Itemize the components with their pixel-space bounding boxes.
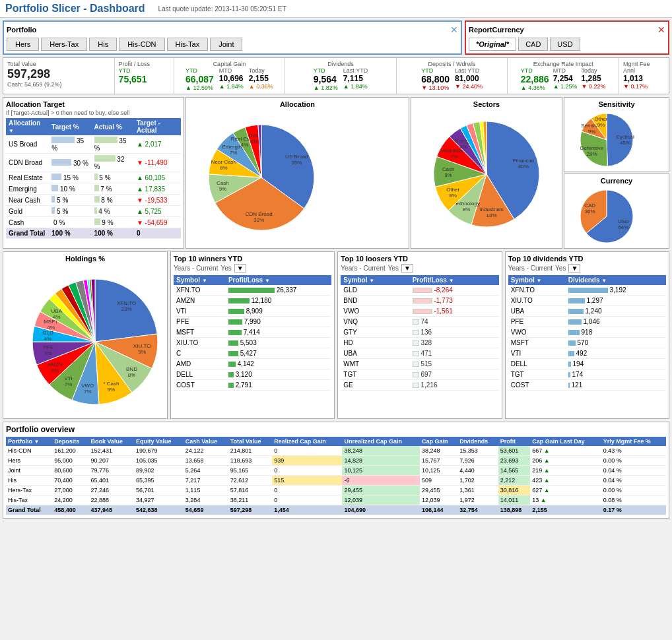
alloc-row: Cash 0 % 9 % ▼ -54,659 <box>6 217 181 228</box>
winners-title: Top 10 winners YTD <box>174 255 331 263</box>
allocation-subtitle: If [Target-Actual] > 0 then need to buy,… <box>6 110 181 116</box>
winner-row: XFN.TO 26,337 <box>174 285 331 296</box>
profit-loss-ytd-label: YTD <box>119 67 170 74</box>
metric-mgmt-fee: Mgmt Fee Annl 1,013 ▼ 0.17% <box>619 58 669 94</box>
alloc-row-diff: ▲ 5,725 <box>134 206 181 217</box>
winner-symbol: XIU.TO <box>174 338 226 348</box>
losers-filter-icon[interactable]: ▼ <box>401 264 413 272</box>
loser-profit: 328 <box>410 338 499 348</box>
tab-his-cdn[interactable]: His-CDN <box>119 38 164 51</box>
cap-gain-ytd: 66,087 <box>185 74 214 84</box>
ov-equity: 34,927 <box>134 496 184 505</box>
tab-his-tax[interactable]: His-Tax <box>167 38 209 51</box>
winners-col-symbol: Symbol ▼ <box>174 275 226 285</box>
winner-row: VTI 8,909 <box>174 306 331 317</box>
ov-capgain-last: 206 ▲ <box>530 456 601 466</box>
dividends-filter-icon[interactable]: ▼ <box>568 264 580 272</box>
header: Portfolio Slicer - Dashboard Last quote … <box>0 0 672 18</box>
report-currency-close-icon[interactable]: ✕ <box>657 24 665 35</box>
ov-deposits: 80,600 <box>52 466 88 476</box>
ov-portfolio: His <box>6 476 52 486</box>
dividend-row: VWO 918 <box>508 327 666 338</box>
ov-mgmt-fee: 0.00 % <box>601 456 666 466</box>
tab-hers[interactable]: Hers <box>7 38 39 51</box>
total-value-sub: Cash: 54,659 (9.2%) <box>7 81 110 88</box>
alloc-col-target: Target % <box>49 118 91 135</box>
winner-symbol: VTI <box>174 306 226 317</box>
mgmt-fee-label: Mgmt Fee <box>623 61 665 67</box>
portfolio-panel: Portfolio ✕ Hers Hers-Tax His His-CDN Hi… <box>3 20 462 55</box>
winner-symbol: AMD <box>174 359 226 369</box>
currency-section: Currency USD64%CAD36% <box>564 174 669 249</box>
overview-row: Hers-Tax 27,000 27,246 56,701 1,115 57,8… <box>6 486 666 496</box>
app-title: Portfolio Slicer - Dashboard <box>5 3 145 15</box>
winner-row: XIU.TO 5,503 <box>174 338 331 348</box>
top-analysis-section: Allocation Target If [Target-Actual] > 0… <box>3 97 669 249</box>
metric-profit-loss: Profit / Loss YTD 75,651 <box>115 58 174 94</box>
deposits-label: Deposits / Wdrwls <box>401 61 504 67</box>
loser-row: WMT 515 <box>341 359 498 369</box>
allocation-title: Allocation Target <box>6 100 181 108</box>
tab-hers-tax[interactable]: Hers-Tax <box>41 38 87 51</box>
currency-tab-cad[interactable]: CAD <box>518 38 548 51</box>
cap-gain-ytd-label: YTD <box>185 67 214 74</box>
ov-dividends: 4,440 <box>457 466 498 476</box>
winner-row: PFE 7,990 <box>174 317 331 327</box>
holdings-section: Holdings % XFN.TO23%XIU.TO9%BND8%* Cash9… <box>3 251 168 419</box>
alloc-row-diff: ▼ -19,533 <box>134 195 181 206</box>
dividend-value: 174 <box>566 369 666 380</box>
ov-realized: 0 <box>272 486 342 496</box>
alloc-row-target: 35 % <box>49 135 91 154</box>
allocation-pie-chart: US Broad35%CDN Broad32%Cash9%Near Cash8%… <box>189 108 334 240</box>
dividend-value: 492 <box>566 348 666 359</box>
metric-total-value: Total Value 597,298 Cash: 54,659 (9.2%) <box>3 58 115 94</box>
exch-ytd-label: YTD <box>521 67 549 74</box>
div-ytd-label: YTD <box>314 67 338 74</box>
ov-realized: 515 <box>272 476 342 486</box>
alloc-row-name: Cash <box>6 217 49 228</box>
winners-filter-label: Years - Current <box>174 265 218 272</box>
tab-joint[interactable]: Joint <box>210 38 242 51</box>
dividend-row: TGT 174 <box>508 369 666 380</box>
currency-tab-original[interactable]: *Original* <box>469 38 516 51</box>
ov-portfolio: Hers <box>6 456 52 466</box>
alloc-row: CDN Broad 30 % 32 % ▼ -11,490 <box>6 154 181 172</box>
alloc-row-actual: 5 % <box>92 172 134 183</box>
dividend-symbol: VTI <box>508 348 566 359</box>
ov-book: 22,888 <box>89 496 135 505</box>
dividend-symbol: UBA <box>508 306 566 317</box>
report-currency-label: ReportCurrency <box>469 26 524 34</box>
ov-book: 27,246 <box>89 486 135 496</box>
alloc-row: US Broad 35 % 35 % ▲ 2,017 <box>6 135 181 154</box>
winner-profit: 2,791 <box>226 380 331 391</box>
ov-col-unrealized: Unrealized Cap Gain <box>342 437 420 446</box>
loser-symbol: VNQ <box>341 317 409 327</box>
exch-mtd: 7,254 <box>553 74 578 83</box>
loser-symbol: BND <box>341 296 409 306</box>
loser-symbol: TGT <box>341 369 409 380</box>
ov-dividends: 1,361 <box>457 486 498 496</box>
sensitivity-pie-chart: Cyclical45%Defensive28%Sensitive9%Other9… <box>567 108 666 168</box>
ov-portfolio: His-Tax <box>6 496 52 505</box>
ov-col-dividends: Dividends <box>457 437 498 446</box>
ov-tot-unrealized: 104,690 <box>342 505 420 515</box>
exch-ytd: 22,886 <box>521 74 549 84</box>
portfolio-overview-section: Portfolio overview Portfolio ▼ Deposits … <box>3 422 669 519</box>
exch-mtd-label: MTD <box>553 67 578 74</box>
ov-unrealized: 29,455 <box>342 486 420 496</box>
loser-symbol: VWO <box>341 306 409 317</box>
ov-capgain: 12,039 <box>420 496 457 505</box>
loser-profit: 136 <box>410 327 499 338</box>
losers-col-profit: Profit/Loss ▼ <box>410 275 499 285</box>
loser-symbol: HD <box>341 338 409 348</box>
portfolio-close-icon[interactable]: ✕ <box>450 24 458 35</box>
overview-row: Joint 80,600 79,776 89,902 5,264 95,165 … <box>6 466 666 476</box>
tab-his[interactable]: His <box>89 38 117 51</box>
winners-filter-icon[interactable]: ▼ <box>234 264 246 272</box>
ov-book: 65,401 <box>89 476 135 486</box>
winners-filter: Years - Current Yes ▼ <box>174 264 331 272</box>
alloc-row-name: Emerging <box>6 183 49 195</box>
currency-tab-usd[interactable]: USD <box>550 38 580 51</box>
loser-symbol: GLD <box>341 285 409 296</box>
mgmt-fee-annl: 1,013 <box>623 74 665 83</box>
